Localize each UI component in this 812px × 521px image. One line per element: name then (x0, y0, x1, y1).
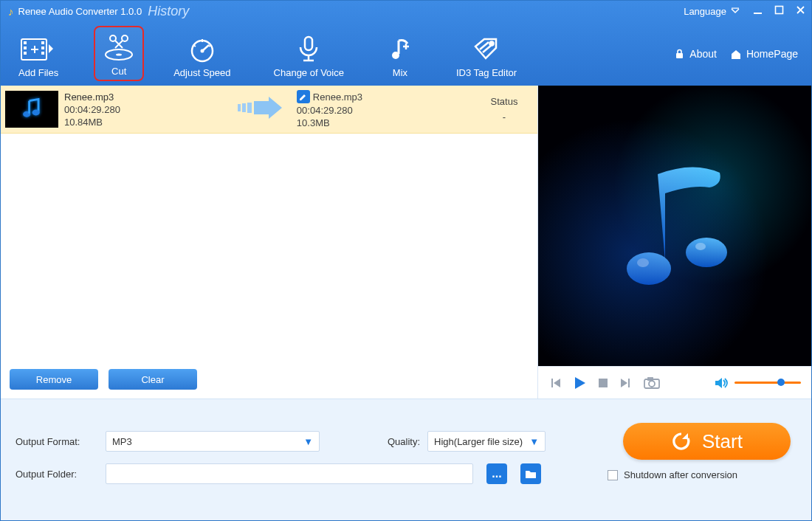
conversion-arrow-icon (236, 95, 283, 123)
toolbar-change-voice[interactable]: Change of Voice (266, 26, 351, 81)
snapshot-button[interactable] (643, 376, 661, 390)
language-menu[interactable]: Language (684, 6, 740, 17)
toolbar-cut[interactable]: Cut (94, 26, 144, 81)
window-minimize-button[interactable] (753, 5, 763, 17)
status-header: Status (478, 96, 530, 107)
svg-rect-0 (732, 8, 739, 9)
volume-slider[interactable] (734, 382, 801, 384)
output-format-value: MP3 (112, 436, 132, 447)
tag-icon (472, 35, 500, 64)
svg-rect-2 (776, 7, 783, 14)
quality-dropdown[interactable]: High(Larger file size) ▼ (427, 431, 546, 452)
toolbar-label: ID3 Tag Editor (456, 67, 517, 78)
home-icon (730, 49, 742, 60)
toolbar-label: Cut (111, 66, 126, 77)
edit-output-icon[interactable] (297, 90, 310, 103)
browse-label: ... (492, 467, 501, 480)
status-value: - (478, 111, 530, 123)
remove-label: Remove (36, 374, 72, 385)
output-folder-input[interactable] (106, 463, 473, 484)
toolbar-adjust-speed[interactable]: Adjust Speed (166, 26, 238, 81)
svg-point-13 (116, 53, 122, 55)
toolbar-add-files[interactable]: Add Files (11, 26, 66, 81)
svg-rect-1 (754, 13, 762, 14)
app-logo-icon: ♪ (8, 5, 14, 18)
file-name-out: Renee.mp3 (313, 92, 362, 103)
svg-rect-8 (41, 46, 44, 49)
title-bar: ♪ Renee Audio Converter 1.0.0 History La… (1, 1, 811, 21)
clear-button[interactable]: Clear (109, 369, 197, 390)
microphone-icon (296, 35, 321, 64)
output-settings-panel: Output Format: MP3 ▼ Quality: High(Large… (1, 398, 811, 520)
toolbar-mix[interactable]: Mix (379, 26, 421, 81)
svg-point-25 (392, 52, 399, 59)
clear-label: Clear (141, 374, 164, 385)
play-button[interactable] (572, 376, 587, 390)
svg-point-14 (110, 35, 116, 41)
scissors-disc-icon (103, 33, 135, 63)
next-button[interactable] (619, 376, 633, 390)
mix-icon (387, 35, 413, 64)
preview-area (538, 86, 811, 366)
browse-button[interactable]: ... (486, 463, 507, 484)
gauge-icon (187, 35, 217, 64)
main-toolbar: Add Files Cut (1, 21, 811, 86)
start-label: Start (702, 430, 743, 453)
output-folder-label: Output Folder: (16, 469, 97, 480)
toolbar-label: Change of Voice (274, 67, 344, 78)
stop-button[interactable] (597, 377, 609, 389)
remove-button[interactable]: Remove (10, 369, 98, 390)
volume-icon[interactable] (714, 376, 729, 390)
homepage-label: HomePage (746, 48, 798, 60)
file-size-in: 10.84MB (64, 117, 120, 128)
chevron-down-icon: ▼ (529, 436, 539, 447)
svg-rect-22 (305, 37, 312, 50)
svg-rect-30 (238, 104, 241, 111)
svg-rect-37 (599, 379, 608, 387)
svg-rect-9 (41, 52, 44, 55)
quality-value: High(Larger file size) (434, 436, 523, 447)
file-list-panel: Renee.mp3 00:04:29.280 10.84MB R (1, 86, 538, 398)
file-row[interactable]: Renee.mp3 00:04:29.280 10.84MB R (1, 86, 537, 134)
folder-icon (525, 469, 537, 479)
file-name-in: Renee.mp3 (64, 92, 120, 103)
output-format-dropdown[interactable]: MP3 ▼ (106, 431, 320, 452)
quality-label: Quality: (388, 436, 420, 447)
file-size-out: 10.3MB (297, 117, 362, 128)
toolbar-id3-editor[interactable]: ID3 Tag Editor (449, 26, 524, 81)
history-link[interactable]: History (148, 4, 189, 19)
lock-icon (674, 49, 685, 60)
file-thumbnail (5, 91, 58, 128)
shutdown-checkbox[interactable]: Shutdown after conversion (608, 469, 737, 480)
svg-rect-6 (24, 52, 27, 55)
output-format-label: Output Format: (16, 436, 97, 447)
language-label: Language (684, 6, 726, 17)
chevron-down-icon: ▼ (303, 436, 313, 447)
svg-point-29 (32, 110, 40, 116)
previous-button[interactable] (548, 376, 562, 390)
toolbar-label: Add Files (18, 67, 58, 78)
file-duration-in: 00:04:29.280 (64, 104, 120, 115)
toolbar-label: Adjust Speed (173, 67, 230, 78)
window-close-button[interactable] (796, 5, 805, 17)
svg-point-26 (490, 42, 494, 46)
open-folder-button[interactable] (520, 463, 541, 484)
chevron-down-icon (731, 7, 740, 15)
start-button[interactable]: Start (623, 423, 791, 460)
app-title: Renee Audio Converter 1.0.0 (18, 6, 142, 17)
svg-rect-7 (41, 41, 44, 44)
svg-point-39 (649, 381, 655, 387)
checkbox-box (608, 470, 618, 480)
svg-rect-27 (676, 53, 683, 58)
window-maximize-button[interactable] (774, 5, 784, 17)
svg-rect-31 (242, 103, 246, 112)
svg-rect-4 (24, 41, 27, 44)
about-link[interactable]: About (674, 48, 717, 60)
shutdown-label: Shutdown after conversion (624, 469, 737, 480)
file-duration-out: 00:04:29.280 (297, 105, 362, 116)
svg-point-18 (200, 49, 204, 53)
about-label: About (689, 48, 717, 60)
preview-panel (538, 86, 811, 398)
svg-rect-32 (247, 103, 252, 113)
homepage-link[interactable]: HomePage (730, 48, 798, 60)
